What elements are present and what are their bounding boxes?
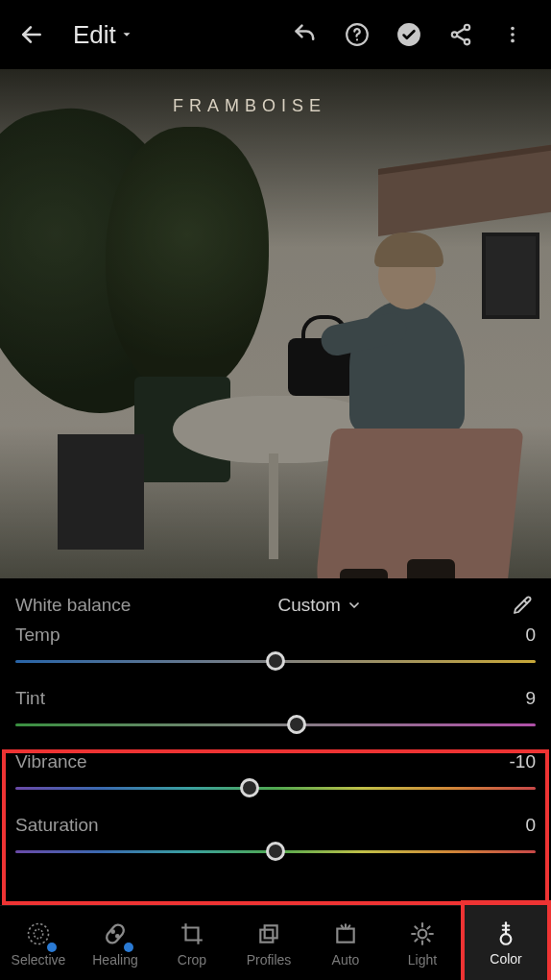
tab-profiles[interactable]: Profiles [230, 906, 307, 980]
share-icon [448, 22, 473, 47]
svg-point-2 [356, 38, 358, 40]
white-balance-label: White balance [15, 595, 131, 616]
auto-icon [331, 919, 360, 948]
svg-point-4 [465, 25, 469, 30]
white-balance-value: Custom [277, 595, 340, 616]
svg-point-29 [501, 934, 512, 944]
undo-button[interactable] [284, 13, 326, 56]
tint-track [15, 723, 536, 726]
tab-auto[interactable]: Auto [307, 906, 384, 980]
svg-line-26 [427, 939, 429, 941]
svg-line-25 [415, 926, 417, 928]
vibrance-row: Vibrance -10 [15, 751, 536, 772]
svg-rect-18 [265, 925, 277, 938]
svg-rect-19 [337, 928, 353, 942]
svg-point-16 [116, 935, 118, 937]
help-button[interactable] [336, 13, 378, 56]
svg-point-10 [511, 33, 515, 37]
arrow-left-icon [19, 22, 44, 47]
eyedropper-button[interactable] [509, 592, 536, 619]
mode-dropdown[interactable]: Edit [73, 20, 133, 50]
svg-point-9 [511, 27, 515, 31]
vibrance-slider[interactable] [15, 778, 536, 797]
photo-sign-text: FRAMBOISE [173, 96, 326, 116]
vibrance-value: -10 [510, 751, 536, 772]
tab-healing[interactable]: Healing [77, 906, 154, 980]
tab-label: Auto [332, 952, 360, 968]
svg-line-7 [457, 29, 465, 34]
svg-point-20 [419, 929, 427, 938]
tab-label: Color [490, 951, 521, 967]
slider-thumb[interactable] [266, 651, 285, 671]
light-icon [408, 919, 437, 948]
white-balance-row: White balance Custom [15, 592, 536, 619]
tab-label: Crop [178, 952, 206, 968]
tint-row: Tint 9 [15, 688, 536, 709]
svg-line-8 [457, 36, 465, 40]
slider-thumb[interactable] [240, 778, 259, 797]
svg-point-5 [452, 32, 457, 37]
healing-icon [101, 919, 130, 948]
svg-rect-17 [260, 929, 273, 942]
profiles-icon [254, 919, 283, 948]
color-panel: White balance Custom Temp 0 Tint 9 Vibra… [0, 578, 551, 878]
tab-color[interactable]: Color [461, 900, 551, 980]
temp-label: Temp [15, 625, 60, 646]
svg-line-28 [427, 926, 429, 928]
color-icon [491, 919, 520, 947]
svg-point-11 [511, 39, 515, 43]
crop-icon [178, 919, 206, 948]
saturation-value: 0 [525, 815, 536, 836]
tab-selective[interactable]: Selective [0, 906, 77, 980]
tab-light[interactable]: Light [384, 906, 461, 980]
mode-title: Edit [73, 20, 116, 50]
temp-row: Temp 0 [15, 625, 536, 646]
svg-point-13 [34, 929, 42, 938]
caret-down-icon [120, 28, 133, 41]
vibrance-label: Vibrance [15, 751, 87, 772]
svg-point-6 [465, 39, 469, 44]
back-button[interactable] [17, 20, 46, 49]
temp-slider[interactable] [15, 651, 536, 671]
photo-preview[interactable]: FRAMBOISE [0, 69, 551, 578]
tab-crop[interactable]: Crop [154, 906, 230, 980]
eyedropper-icon [511, 594, 534, 617]
temp-value: 0 [525, 625, 536, 646]
tint-value: 9 [525, 688, 536, 709]
top-bar: Edit [0, 0, 551, 69]
more-vertical-icon [502, 24, 523, 45]
slider-thumb[interactable] [287, 715, 306, 734]
tab-label: Selective [12, 952, 66, 968]
tab-label: Profiles [247, 952, 292, 968]
bottom-toolbar: Selective Healing Crop Profiles Auto Lig… [0, 905, 551, 980]
tint-slider[interactable] [15, 715, 536, 734]
tab-label: Healing [92, 952, 137, 968]
approve-button[interactable] [388, 13, 430, 56]
svg-rect-14 [105, 922, 126, 945]
saturation-row: Saturation 0 [15, 815, 536, 836]
selective-icon [24, 919, 53, 948]
saturation-slider[interactable] [15, 842, 536, 861]
svg-line-27 [415, 939, 417, 941]
tab-label: Light [408, 952, 437, 968]
slider-thumb[interactable] [266, 842, 285, 861]
share-button[interactable] [440, 13, 482, 56]
tint-label: Tint [15, 688, 45, 709]
svg-point-15 [112, 930, 114, 932]
saturation-label: Saturation [15, 815, 99, 836]
help-icon [345, 22, 370, 47]
overflow-menu-button[interactable] [491, 13, 534, 56]
chevron-down-icon [347, 598, 362, 613]
undo-icon [292, 21, 319, 48]
svg-point-12 [29, 923, 49, 943]
white-balance-dropdown[interactable]: Custom [277, 595, 361, 616]
vibrance-track [15, 787, 536, 790]
check-circle-icon [396, 22, 421, 47]
